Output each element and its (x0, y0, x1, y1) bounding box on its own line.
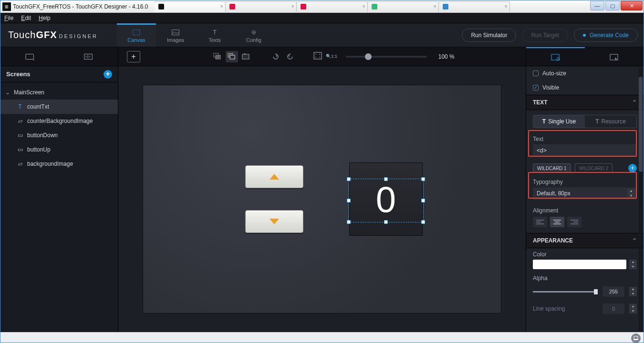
menu-edit[interactable]: Edit (21, 15, 31, 21)
browser-tab[interactable]: × (225, 1, 297, 12)
browser-tab[interactable]: × (296, 1, 368, 12)
add-button[interactable]: + (127, 51, 140, 62)
arrange-icon[interactable] (240, 51, 252, 62)
canvas-viewport[interactable]: 0 (118, 66, 526, 332)
undo-icon[interactable] (270, 51, 282, 62)
alpha-label: Alpha (526, 269, 644, 283)
tree-item-buttonUp[interactable]: ▭buttonUp (0, 142, 118, 157)
checkbox-icon[interactable] (533, 85, 539, 91)
close-icon[interactable]: × (505, 4, 508, 9)
minimize-button[interactable]: — (590, 1, 604, 10)
align-left-button[interactable] (533, 217, 547, 227)
wildcard1-pill[interactable]: WILDCARD 1 (533, 163, 571, 173)
generate-code-button[interactable]: Generate Code (574, 29, 638, 42)
browser-tab-strip: × × × × × (155, 0, 589, 12)
button-up-widget[interactable] (245, 165, 303, 188)
maximize-button[interactable]: ▢ (605, 1, 620, 10)
alpha-stepper[interactable]: ▲▼ (629, 287, 637, 296)
align-center-button[interactable] (550, 217, 564, 227)
line-spacing-row: Line spacing 0 ▲▼ (533, 303, 637, 314)
slider-knob[interactable] (365, 53, 372, 60)
close-icon[interactable]: × (434, 4, 436, 9)
svg-text:T: T (213, 30, 217, 36)
autosize-checkbox-row[interactable]: Auto-size (526, 66, 644, 81)
add-screen-button[interactable]: + (104, 70, 112, 79)
zoom-label: 100 % (438, 53, 455, 60)
close-icon[interactable]: × (363, 4, 365, 9)
interactions-view-button[interactable] (585, 47, 644, 66)
tab-canvas[interactable]: Canvas (117, 23, 156, 47)
rect-icon: ▭ (17, 147, 23, 152)
run-simulator-button[interactable]: Run Simulator (462, 29, 516, 42)
left-panel: Screens + ⌄MainScreen TcountTxt ▱counter… (0, 66, 118, 332)
image-icon: ▱ (17, 161, 23, 167)
browser-tab[interactable]: × (367, 1, 439, 12)
section-appearance[interactable]: APPEARANCE⌃ (526, 233, 644, 248)
button-down-widget[interactable] (245, 210, 303, 233)
app-logo: TouchGFXDESIGNER (8, 30, 98, 40)
svg-rect-1 (172, 30, 179, 35)
resource-toggle[interactable]: TResource (585, 115, 636, 128)
tab-texts[interactable]: T Texts (195, 23, 234, 47)
screens-header: Screens + (0, 66, 118, 82)
close-icon[interactable]: × (291, 4, 294, 9)
scrollbar-thumb[interactable] (639, 77, 643, 172)
color-swatch[interactable] (533, 260, 626, 269)
tree-root[interactable]: ⌄MainScreen (0, 85, 118, 100)
fit-icon[interactable] (313, 52, 322, 61)
tree-item-buttonDown[interactable]: ▭buttonDown (0, 128, 118, 142)
line-spacing-stepper[interactable]: ▲▼ (629, 304, 637, 313)
widgets-view-button[interactable] (59, 47, 118, 66)
section-text[interactable]: TEXT⌃ (526, 95, 644, 110)
alpha-value[interactable]: 255 (602, 286, 624, 297)
typography-select[interactable]: Default, 80px ▲▼ (533, 187, 637, 200)
text-mode-toggle: TSingle Use TResource (533, 115, 637, 128)
screens-view-button[interactable] (0, 47, 59, 66)
add-wildcard-button[interactable]: + (628, 164, 637, 172)
close-icon[interactable]: × (220, 4, 223, 9)
tree-item-backgroundImage[interactable]: ▱backgroundImage (0, 157, 118, 171)
scrollbar[interactable] (639, 67, 643, 331)
browser-tab[interactable]: × (155, 1, 226, 12)
alpha-slider-row: 255 ▲▼ (533, 286, 637, 297)
bring-front-icon[interactable] (226, 51, 238, 62)
zoom-slider[interactable] (346, 56, 427, 58)
wildcard2-pill: WILDCARD 2 (575, 163, 613, 173)
menu-help[interactable]: Help (39, 15, 51, 21)
slider-knob[interactable] (594, 289, 598, 294)
svg-point-4 (253, 32, 255, 33)
counter-background-widget[interactable]: 0 (349, 162, 423, 236)
tree-item-countTxt[interactable]: TcountTxt (0, 100, 118, 114)
svg-rect-6 (84, 54, 92, 59)
visible-checkbox-row[interactable]: Visible (526, 81, 644, 95)
notification-icon[interactable] (631, 333, 641, 343)
alignment-row (526, 216, 644, 233)
text-value-input[interactable] (533, 144, 637, 157)
svg-rect-17 (551, 54, 559, 60)
zoom-11-icon[interactable]: 🔍1:1 (326, 54, 337, 59)
status-bar (0, 332, 644, 343)
window-controls: — ▢ ✕ (589, 1, 643, 10)
browser-tab[interactable]: × (438, 1, 510, 12)
color-stepper[interactable]: ▲▼ (629, 260, 637, 269)
tab-images[interactable]: Images (156, 23, 195, 47)
checkbox-icon[interactable] (533, 71, 539, 76)
single-use-toggle[interactable]: TSingle Use (533, 115, 585, 128)
triangle-up-icon (270, 174, 279, 180)
counter-text[interactable]: 0 (376, 179, 396, 220)
stepper-icon[interactable]: ▲▼ (627, 189, 635, 198)
device-screen[interactable]: 0 (143, 85, 501, 313)
line-spacing-value: 0 (602, 303, 624, 314)
align-right-button[interactable] (567, 217, 582, 227)
menu-file[interactable]: File (4, 15, 13, 21)
svg-rect-30 (634, 339, 638, 340)
chevron-down-icon: ⌄ (5, 89, 10, 96)
alpha-slider[interactable] (533, 291, 598, 293)
redo-icon[interactable] (284, 51, 296, 62)
tree-item-counterBackgroundImage[interactable]: ▱counterBackgroundImage (0, 114, 118, 128)
send-back-icon[interactable] (211, 51, 224, 62)
close-button[interactable]: ✕ (621, 1, 643, 10)
svg-rect-13 (230, 55, 235, 59)
properties-view-button[interactable] (526, 47, 585, 66)
tab-config[interactable]: Config (234, 23, 273, 47)
